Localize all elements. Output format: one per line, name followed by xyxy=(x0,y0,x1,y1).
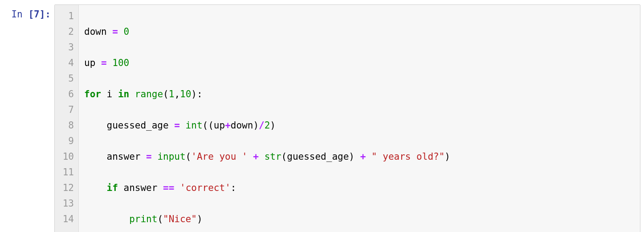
code-line[interactable]: for i in range(1,10): xyxy=(84,87,450,102)
code-input-area[interactable]: 1 2 3 4 5 6 7 8 9 10 11 12 13 14 down = … xyxy=(54,4,640,232)
code-line[interactable]: if answer == 'correct': xyxy=(84,180,450,196)
line-number: 7 xyxy=(58,102,74,118)
line-number: 13 xyxy=(58,196,74,211)
line-number: 12 xyxy=(58,180,74,196)
line-number: 4 xyxy=(58,55,74,71)
prompt-label: In xyxy=(11,9,22,20)
line-number-gutter: 1 2 3 4 5 6 7 8 9 10 11 12 13 14 xyxy=(55,5,79,232)
code-editor[interactable]: down = 0 up = 100 for i in range(1,10): … xyxy=(79,5,456,232)
line-number: 1 xyxy=(58,8,74,24)
code-line[interactable]: answer = input('Are you ' + str(guessed_… xyxy=(84,149,450,165)
code-cell: In [7]: 1 2 3 4 5 6 7 8 9 10 11 12 13 14… xyxy=(0,4,644,232)
line-number: 8 xyxy=(58,118,74,133)
line-number: 9 xyxy=(58,133,74,149)
input-prompt: In [7]: xyxy=(4,4,54,20)
line-number: 5 xyxy=(58,71,74,87)
code-line[interactable]: print("Nice") xyxy=(84,211,450,227)
prompt-number: 7 xyxy=(34,9,40,20)
line-number: 6 xyxy=(58,87,74,102)
line-number: 10 xyxy=(58,149,74,165)
line-number: 14 xyxy=(58,211,74,227)
line-number: 2 xyxy=(58,24,74,40)
code-line[interactable]: up = 100 xyxy=(84,55,450,71)
prompt-close-bracket: ]: xyxy=(40,9,51,20)
code-line[interactable]: guessed_age = int((up+down)/2) xyxy=(84,118,450,133)
code-line[interactable]: down = 0 xyxy=(84,24,450,40)
line-number: 3 xyxy=(58,40,74,55)
prompt-open-bracket: [ xyxy=(23,9,34,20)
line-number: 11 xyxy=(58,165,74,180)
